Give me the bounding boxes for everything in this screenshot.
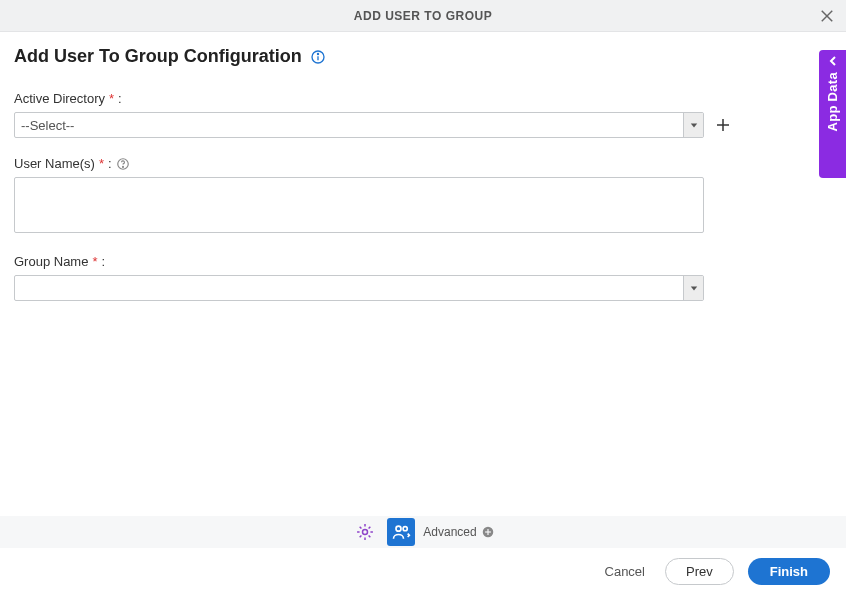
help-icon[interactable] <box>116 157 130 171</box>
info-icon[interactable] <box>310 49 326 65</box>
page-title-text: Add User To Group Configuration <box>14 46 302 67</box>
settings-icon[interactable] <box>351 518 379 546</box>
required-marker: * <box>109 91 114 106</box>
advanced-toggle[interactable]: Advanced <box>423 525 494 539</box>
app-data-tab-label: App Data <box>825 72 840 131</box>
select-active-directory-value: --Select-- <box>15 113 683 137</box>
svg-point-12 <box>396 526 401 531</box>
field-user-names: User Name(s) *: <box>14 156 832 236</box>
finish-button[interactable]: Finish <box>748 558 830 585</box>
svg-point-11 <box>363 530 368 535</box>
chevron-left-icon <box>828 56 838 66</box>
users-icon[interactable] <box>387 518 415 546</box>
chevron-down-icon[interactable] <box>683 276 703 300</box>
bottom-toolbar: Advanced <box>0 516 846 548</box>
svg-point-9 <box>122 166 123 167</box>
dialog-header: ADD USER TO GROUP <box>0 0 846 32</box>
plus-circle-icon <box>481 525 495 539</box>
user-names-input[interactable] <box>14 177 704 233</box>
close-icon[interactable] <box>818 7 836 25</box>
svg-marker-10 <box>690 286 696 290</box>
svg-marker-5 <box>690 123 696 127</box>
field-active-directory: Active Directory *: --Select-- <box>14 91 832 138</box>
advanced-label-text: Advanced <box>423 525 476 539</box>
select-active-directory[interactable]: --Select-- <box>14 112 704 138</box>
form-content: Add User To Group Configuration Active D… <box>0 32 846 301</box>
prev-button[interactable]: Prev <box>665 558 734 585</box>
required-marker: * <box>99 156 104 171</box>
required-marker: * <box>92 254 97 269</box>
field-group-name: Group Name *: <box>14 254 832 301</box>
label-active-directory-text: Active Directory <box>14 91 105 106</box>
chevron-down-icon[interactable] <box>683 113 703 137</box>
add-directory-button[interactable] <box>714 116 732 134</box>
label-user-names: User Name(s) *: <box>14 156 832 171</box>
dialog-footer: Cancel Prev Finish <box>0 548 846 594</box>
page-title: Add User To Group Configuration <box>14 46 832 67</box>
label-user-names-text: User Name(s) <box>14 156 95 171</box>
cancel-button[interactable]: Cancel <box>599 558 651 585</box>
select-group-name-value <box>15 276 683 300</box>
app-data-tab[interactable]: App Data <box>819 50 846 178</box>
label-group-name-text: Group Name <box>14 254 88 269</box>
svg-point-13 <box>403 527 407 531</box>
svg-point-4 <box>317 53 318 54</box>
label-active-directory: Active Directory *: <box>14 91 832 106</box>
select-group-name[interactable] <box>14 275 704 301</box>
dialog-title: ADD USER TO GROUP <box>354 9 492 23</box>
label-group-name: Group Name *: <box>14 254 832 269</box>
